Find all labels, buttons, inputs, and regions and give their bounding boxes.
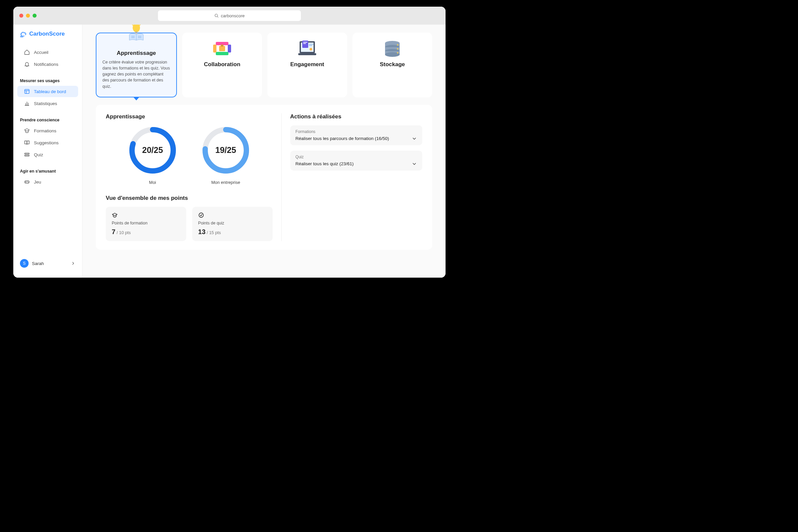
sidebar-item-label: Jeu (34, 179, 41, 185)
tab-title: Stockage (380, 61, 405, 68)
quiz-icon (24, 152, 30, 158)
dashboard-icon (24, 89, 30, 94)
svg-rect-35 (303, 42, 307, 42)
svg-rect-38 (309, 45, 312, 46)
sidebar-item-label: Statistiques (34, 101, 57, 106)
action-item-formations[interactable]: Formations Réaliser tous les parcours de… (290, 125, 422, 145)
nav-section-agir: Agir en s'amusant Jeu (13, 164, 82, 191)
sidebar-item-label: Quiz (34, 152, 43, 157)
brand-name: CarbonScore (29, 31, 65, 37)
points-title: Vue d'ensemble de mes points (106, 195, 273, 202)
brand-logo[interactable]: CarbonScore (13, 31, 82, 43)
svg-rect-33 (298, 53, 316, 55)
point-label: Points de formation (112, 221, 180, 225)
gauge-value: 20/25 (128, 125, 177, 175)
points-grid: Points de formation 7 / 10 pts Points de… (106, 207, 273, 241)
graduation-icon (24, 128, 30, 134)
sidebar-item-label: Suggestions (34, 140, 58, 145)
svg-rect-34 (302, 41, 308, 48)
book-icon (24, 140, 30, 146)
actions-list: Formations Réaliser tous les parcours de… (290, 125, 422, 171)
sidebar-item-accueil[interactable]: Accueil (17, 46, 78, 58)
chevron-down-icon (412, 136, 417, 141)
stats-icon (24, 100, 30, 107)
sidebar-item-notifications[interactable]: Notifications (17, 58, 78, 70)
traffic-lights (19, 14, 37, 18)
sidebar-item-label: Notifications (34, 62, 58, 67)
tab-apprentissage[interactable]: Apprentissage Ce critère évalue votre pr… (96, 33, 177, 97)
gauge-chart: 19/25 (201, 125, 251, 175)
sidebar-item-jeu[interactable]: Jeu (17, 176, 78, 188)
sidebar-item-tableau-de-bord[interactable]: Tableau de bord (17, 86, 78, 97)
gauge-entreprise: 19/25 Mon entreprise (201, 125, 251, 185)
nav-top: Accueil Notifications (13, 43, 82, 73)
storage-icon (381, 39, 403, 58)
gauge-value: 19/25 (201, 125, 251, 175)
tab-title: Collaboration (204, 61, 241, 68)
collaboration-icon (211, 39, 233, 58)
close-window-button[interactable] (19, 14, 23, 18)
search-input[interactable]: carbonscore (158, 10, 301, 21)
bell-icon (24, 61, 30, 67)
app-body: CarbonScore Accueil Notifications Mesure… (13, 25, 445, 278)
svg-rect-28 (228, 44, 231, 53)
sidebar-item-statistiques[interactable]: Statistiques (17, 98, 78, 109)
point-value: 7 / 10 pts (112, 228, 180, 236)
nav-heading: Agir en s'amusant (13, 166, 82, 175)
nav-heading: Mesurer ses usages (13, 76, 82, 85)
svg-rect-36 (303, 43, 306, 44)
minimize-window-button[interactable] (26, 14, 30, 18)
action-text: Réaliser tous les quiz (23/61) (296, 161, 354, 166)
sidebar: CarbonScore Accueil Notifications Mesure… (13, 25, 82, 278)
username: Sarah (32, 261, 68, 266)
svg-point-17 (28, 182, 28, 183)
titlebar: carbonscore (13, 7, 445, 25)
svg-rect-27 (213, 44, 216, 53)
tab-title: Engagement (290, 61, 324, 68)
svg-point-48 (397, 48, 398, 50)
svg-rect-11 (25, 153, 29, 154)
tab-stockage[interactable]: Stockage (353, 33, 432, 97)
svg-point-54 (199, 213, 204, 217)
sidebar-item-suggestions[interactable]: Suggestions (17, 137, 78, 148)
nav-heading: Prendre conscience (13, 115, 82, 125)
sidebar-item-label: Formations (34, 128, 57, 133)
sidebar-item-label: Tableau de bord (34, 89, 66, 94)
tab-collaboration[interactable]: Collaboration (182, 33, 262, 97)
sidebar-item-quiz[interactable]: Quiz (17, 149, 78, 160)
svg-point-39 (309, 48, 312, 51)
maximize-window-button[interactable] (33, 14, 37, 18)
svg-rect-37 (309, 44, 314, 44)
learning-icon (125, 25, 147, 42)
panel-right: Actions à réalisées Formations Réaliser … (281, 113, 422, 241)
chevron-down-icon (412, 161, 417, 167)
avatar: S (20, 259, 28, 268)
panel-left: Apprentissage 20/25 Moi (106, 113, 273, 241)
tab-description: Ce critère évalue votre progression dans… (102, 59, 170, 90)
svg-rect-19 (135, 32, 137, 34)
engagement-icon (296, 39, 318, 58)
nav-section-mesurer: Mesurer ses usages Tableau de bord Stati… (13, 73, 82, 112)
category-tabs: Apprentissage Ce critère évalue votre pr… (96, 33, 432, 97)
point-card-quiz: Points de quiz 13 / 15 pts (192, 207, 273, 241)
gamepad-icon (24, 179, 30, 185)
action-text: Réaliser tous les parcours de formation … (296, 136, 389, 141)
svg-rect-26 (216, 52, 228, 55)
user-menu[interactable]: S Sarah (13, 255, 82, 272)
app-window: carbonscore CarbonScore Accueil Notifica… (13, 7, 445, 278)
point-label: Points de quiz (198, 221, 267, 225)
action-tag: Quiz (296, 155, 417, 159)
graduation-icon (112, 212, 118, 218)
tab-engagement[interactable]: Engagement (267, 33, 347, 97)
home-icon (24, 49, 30, 55)
dashboard-panel: Apprentissage 20/25 Moi (96, 105, 432, 250)
action-item-quiz[interactable]: Quiz Réaliser tous les quiz (23/61) (290, 151, 422, 171)
point-card-formation: Points de formation 7 / 10 pts (106, 207, 186, 241)
svg-point-18 (133, 25, 140, 32)
sidebar-item-formations[interactable]: Formations (17, 125, 78, 136)
check-circle-icon (198, 212, 204, 218)
cloud-icon (20, 31, 27, 37)
gauge-label: Mon entreprise (211, 180, 240, 185)
svg-point-47 (397, 44, 398, 45)
search-placeholder: carbonscore (221, 13, 245, 18)
